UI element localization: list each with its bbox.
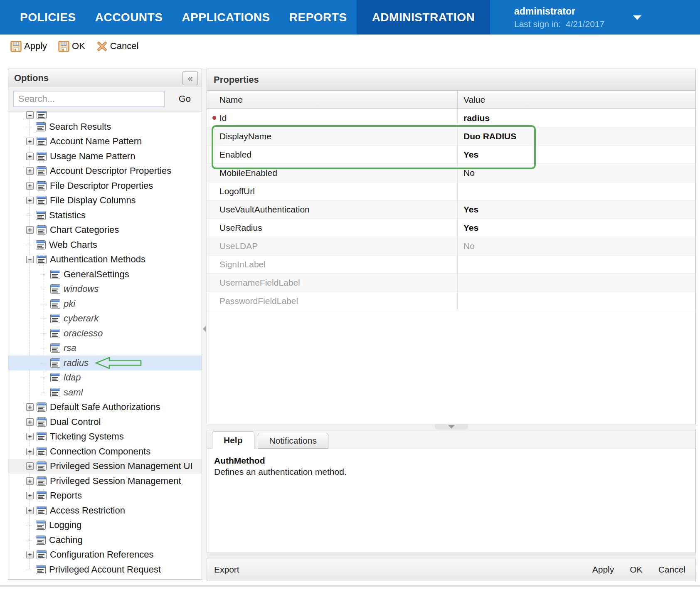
export-button[interactable]: Export: [214, 565, 239, 575]
tree-expander-icon[interactable]: +: [26, 492, 34, 499]
property-row-usernamefieldlabel[interactable]: UsernameFieldLabel: [207, 274, 695, 292]
tree-expander-icon[interactable]: +: [26, 153, 34, 160]
ok-button[interactable]: OK: [58, 41, 85, 52]
panel-splitter[interactable]: [202, 69, 207, 580]
tree-item-logging[interactable]: Logging: [8, 518, 202, 533]
tree-expander-icon[interactable]: +: [26, 138, 34, 145]
tree-item-access-restriction[interactable]: + Access Restriction: [8, 503, 202, 518]
tree-leaf-connector: [41, 330, 47, 337]
tree-item-cyberark[interactable]: cyberark: [8, 311, 202, 326]
property-row-displayname[interactable]: DisplayName Duo RADIUS: [207, 127, 695, 146]
settings-node-icon: [37, 181, 47, 190]
help-heading: AuthMethod: [214, 456, 687, 466]
tree-item-pki[interactable]: pki: [8, 296, 202, 311]
tree-item[interactable]: −: [8, 111, 202, 119]
property-row-mobileenabled[interactable]: MobileEnabled No: [207, 164, 695, 182]
user-menu[interactable]: administrator Last sign in: 4/21/2017: [514, 0, 604, 35]
settings-node-icon: [36, 565, 46, 574]
tab-notifications[interactable]: Notifications: [258, 433, 328, 449]
tree-expander-icon[interactable]: +: [26, 448, 34, 455]
settings-node-icon: [37, 506, 47, 515]
tree-item-ticketing-systems[interactable]: + Ticketing Systems: [8, 430, 202, 444]
tree-item-file-display-columns[interactable]: + File Display Columns: [8, 193, 202, 208]
nav-tab-administration[interactable]: ADMINISTRATION: [357, 0, 490, 35]
property-row-useradius[interactable]: UseRadius Yes: [207, 219, 695, 237]
tree-expander-icon[interactable]: +: [26, 433, 34, 440]
property-row-passwordfieldlabel[interactable]: PasswordFieldLabel: [207, 292, 695, 310]
property-row-useldap[interactable]: UseLDAP No: [207, 237, 695, 255]
tree-item-authentication-methods[interactable]: − Authentication Methods: [8, 252, 202, 267]
settings-node-icon: [37, 476, 47, 486]
splitter-collapse-left-icon[interactable]: [203, 326, 206, 332]
tree-expander-icon[interactable]: −: [26, 111, 34, 119]
property-row-enabled[interactable]: Enabled Yes: [207, 146, 695, 164]
tree-item-account-name-pattern[interactable]: + Account Name Pattern: [8, 134, 202, 149]
properties-table: Name Value Id radius DisplayName Duo RAD…: [207, 91, 696, 424]
tree-item-dual-control[interactable]: + Dual Control: [8, 415, 202, 430]
help-panel-splitter[interactable]: [207, 424, 696, 430]
tree-leaf-connector: [41, 360, 47, 366]
cancel-button[interactable]: Cancel: [96, 41, 138, 52]
tree-item-saml[interactable]: saml: [8, 385, 202, 400]
collapse-panel-button[interactable]: «: [182, 71, 198, 85]
tree-leaf-connector: [41, 389, 47, 396]
tree-item-reports[interactable]: + Reports: [8, 489, 202, 504]
tree-item-usage-name-pattern[interactable]: + Usage Name Pattern: [8, 149, 202, 164]
property-row-signinlabel[interactable]: SignInLabel: [207, 255, 695, 274]
tree-item-radius[interactable]: radius: [8, 355, 202, 370]
tree-expander-icon[interactable]: +: [26, 507, 34, 514]
property-row-id[interactable]: Id radius: [207, 109, 695, 127]
property-row-logoffurl[interactable]: LogoffUrl: [207, 182, 695, 200]
tree-item-search-results[interactable]: Search Results: [8, 119, 202, 134]
tree-item-file-descriptor-properties[interactable]: + File Descriptor Properties: [8, 178, 202, 193]
tree-item-privileged-account-request[interactable]: Privileged Account Request: [8, 562, 202, 577]
tree-item-default-safe-authorizations[interactable]: + Default Safe Authorizations: [8, 400, 202, 415]
user-dropdown-caret-icon[interactable]: [633, 15, 641, 20]
tree-expander-icon[interactable]: +: [26, 403, 34, 411]
tree-expander-icon[interactable]: +: [26, 226, 34, 234]
footer-cancel-button[interactable]: Cancel: [658, 565, 685, 575]
tree-item-windows[interactable]: windows: [8, 282, 202, 297]
tree-item-ldap[interactable]: ldap: [8, 370, 202, 385]
tree-item-privileged-session-management[interactable]: + Privileged Session Management: [8, 474, 202, 489]
settings-node-icon: [36, 122, 46, 131]
tree-expander-icon[interactable]: +: [26, 477, 34, 485]
tree-expander-icon[interactable]: −: [26, 256, 34, 263]
tree-expander-icon[interactable]: +: [26, 418, 34, 426]
tree-expander-icon[interactable]: +: [26, 182, 34, 190]
properties-title: Properties: [214, 74, 259, 85]
settings-node-icon: [37, 491, 47, 500]
tree-item-rsa[interactable]: rsa: [8, 341, 202, 356]
tree-expander-icon[interactable]: +: [26, 462, 34, 470]
tree-item-web-charts[interactable]: Web Charts: [8, 237, 202, 252]
footer-apply-button[interactable]: Apply: [592, 565, 614, 575]
property-row-usevaultauthentication[interactable]: UseVaultAuthentication Yes: [207, 200, 695, 219]
tree-expander-icon[interactable]: +: [26, 197, 34, 204]
settings-node-icon: [37, 196, 47, 205]
tree-item-privileged-session-management-ui[interactable]: + Privileged Session Management UI: [8, 459, 202, 474]
nav-tab-reports[interactable]: REPORTS: [280, 0, 357, 35]
search-go-button[interactable]: Go: [179, 94, 191, 104]
tab-help[interactable]: Help: [212, 431, 254, 449]
tree-expander-icon[interactable]: +: [26, 551, 34, 558]
settings-node-icon: [37, 255, 47, 264]
settings-node-icon: [50, 329, 60, 338]
tree-expander-icon[interactable]: +: [26, 167, 34, 175]
tree-item-chart-categories[interactable]: + Chart Categories: [8, 223, 202, 238]
tree-item-statistics[interactable]: Statistics: [8, 208, 202, 223]
nav-tab-applications[interactable]: APPLICATIONS: [172, 0, 279, 35]
nav-tab-accounts[interactable]: ACCOUNTS: [86, 0, 173, 35]
tree-item-oraclesso[interactable]: oraclesso: [8, 326, 202, 341]
tree-item-connection-components[interactable]: + Connection Components: [8, 444, 202, 459]
footer-ok-button[interactable]: OK: [630, 565, 642, 575]
tree-item-account-descriptor-properties[interactable]: + Account Descriptor Properties: [8, 164, 202, 179]
tree-item-caching[interactable]: Caching: [8, 533, 202, 548]
tree-item-generalsettings[interactable]: GeneralSettings: [8, 267, 202, 282]
column-header-name: Name: [207, 91, 458, 109]
tree-leaf-connector: [41, 301, 47, 307]
apply-button[interactable]: Apply: [10, 41, 47, 52]
nav-tab-policies[interactable]: POLICIES: [10, 0, 86, 35]
search-input[interactable]: [13, 91, 165, 107]
tree-item-configuration-references[interactable]: + Configuration References: [8, 548, 202, 563]
splitter-collapse-down-handle[interactable]: [435, 424, 468, 430]
